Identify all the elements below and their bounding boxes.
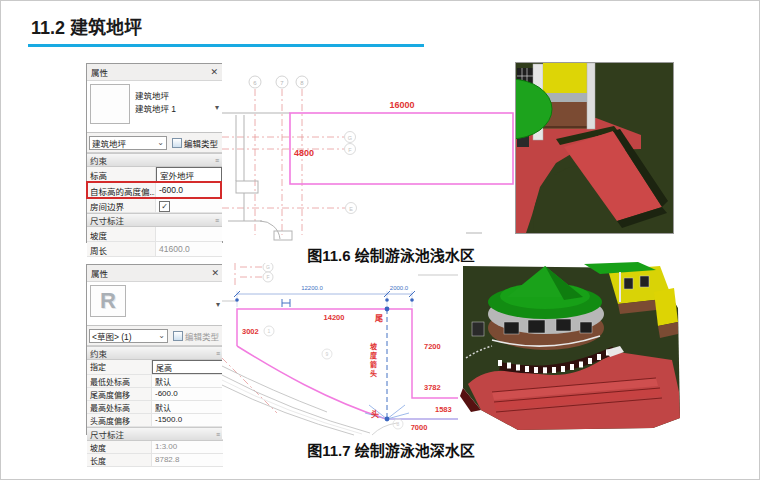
dim-3002: 3002 (242, 327, 259, 336)
3d-view-shallow-pool (515, 62, 674, 234)
section-constraints: 约束≡ (87, 346, 223, 360)
edit-type-button[interactable]: 编辑类型 (171, 330, 221, 342)
grid-bubbles-top: 6 7 8 (249, 76, 308, 88)
prop-row-highest-level: 最高处标高 默认 (87, 401, 223, 414)
type-preview-thumbnail (90, 84, 130, 124)
dim-16000: 16000 (389, 100, 414, 110)
room-bounding-checkbox[interactable] (159, 201, 170, 212)
panel1-type-selector[interactable]: 建筑地坪 建筑地坪 1 ▾ (87, 81, 222, 133)
pin-icon: ≡ (216, 350, 220, 357)
close-icon[interactable]: ✕ (211, 268, 219, 278)
prop-row-level: 标高 室外地坪 (87, 167, 222, 183)
svg-text:E: E (349, 206, 353, 212)
title-underline (28, 44, 424, 47)
red-dimensions: 14200 尾 3002 7200 3782 1583 7000 头 坡度箭头 (242, 313, 452, 432)
dim-12200: 12200.0 (301, 285, 323, 291)
panel2-type-selector[interactable]: R ▾ (87, 282, 223, 326)
dim-symbol (282, 299, 290, 307)
dim-2000: 2000.0 (390, 285, 409, 291)
svg-text:9: 9 (326, 351, 329, 357)
pool-boundary (237, 309, 465, 419)
panel2-titlebar: 属性 ✕ (87, 265, 223, 282)
dim-7000: 7000 (411, 423, 428, 432)
tail-offset-value[interactable]: -600.0 (152, 388, 223, 400)
pin-icon: ≡ (216, 431, 220, 438)
plan-drawing-shallow-pool: 6 7 8 G F E 16000 4800 (222, 63, 514, 241)
height-offset-value[interactable]: -600.0 (156, 183, 222, 197)
dim-14200: 14200 (324, 313, 345, 322)
type-family: 建筑地坪 (135, 91, 169, 101)
chevron-down-icon[interactable]: ▾ (215, 102, 219, 111)
panel1-title: 属性 (91, 66, 108, 78)
label-tail: 尾 (374, 314, 383, 323)
properties-panel-1: 属性 ✕ 建筑地坪 建筑地坪 1 ▾ 建筑地坪 编辑类型 约束≡ 标高 室外地坪 (86, 63, 223, 243)
grid-bubbles-right: G F E (345, 132, 357, 214)
section-dimensions: 尺寸标注≡ (87, 213, 222, 227)
pin-icon: ≡ (215, 217, 219, 224)
prop-row-head-offset: 头高度偏移 -1500.0 (87, 414, 223, 427)
prop-row-height-offset: 自标高的高度偏... -600.0 (87, 183, 222, 198)
label-head: 头 (371, 409, 379, 419)
dimension-line-blue: 12200.0 2000.0 (234, 285, 415, 307)
edit-type-button[interactable]: 编辑类型 (170, 137, 220, 149)
section-constraints: 约束≡ (87, 153, 222, 167)
panel2-title: 属性 (91, 267, 108, 279)
properties-panel-2: 属性 ✕ R ▾ <草图> (1) 编辑类型 约束≡ 指定 尾高 最低处标高 (86, 264, 224, 435)
svg-text:G: G (348, 135, 352, 141)
dim-3782: 3782 (424, 383, 441, 392)
prop-row-tail-offset: 尾高度偏移 -600.0 (87, 388, 223, 401)
prop-row-slope: 坡度 (87, 227, 222, 242)
pool-boundary-rect (290, 113, 513, 184)
panel1-titlebar: 属性 ✕ (87, 64, 222, 81)
pin-icon: ≡ (215, 157, 219, 164)
chevron-down-icon[interactable]: ▾ (216, 299, 220, 308)
3d-view-deep-pool (458, 262, 681, 438)
revit-logo: R (100, 288, 116, 314)
filter-combo[interactable]: 建筑地坪 (89, 136, 167, 150)
grid-lines (222, 263, 277, 413)
svg-text:F: F (266, 274, 269, 280)
label-slope-arrow: 坡度箭头 (369, 342, 377, 379)
figure2-caption: 图11.7 绘制游泳池深水区 (106, 439, 676, 460)
level-value[interactable]: 室外地坪 (156, 167, 222, 182)
dim-4800: 4800 (294, 148, 314, 158)
reference-bubbles: 1 9 8 (264, 326, 403, 429)
grid-lines (222, 89, 345, 235)
svg-text:G: G (266, 264, 270, 270)
page-title: 11.2 建筑地坪 (31, 13, 142, 39)
specify-value[interactable]: 尾高 (152, 360, 223, 374)
dim-1583: 1583 (435, 405, 452, 414)
plan-drawing-deep-pool: G F 12200.0 2000.0 (222, 263, 466, 439)
filter-combo[interactable]: <草图> (1) (89, 329, 168, 343)
context-lines (222, 275, 466, 301)
type-name: 建筑地坪 1 (135, 104, 176, 114)
grid-bubbles-top: G F (263, 263, 273, 282)
edit-type-icon (172, 138, 182, 148)
head-offset-value[interactable]: -1500.0 (152, 414, 223, 426)
svg-text:1: 1 (268, 328, 271, 334)
edit-type-icon (173, 331, 183, 341)
prop-row-specify: 指定 尾高 (87, 360, 223, 375)
slide: 11.2 建筑地坪 属性 ✕ 建筑地坪 建筑地坪 1 ▾ 建筑地坪 编辑类型 约… (0, 0, 760, 480)
prop-row-room-bounding: 房间边界 (87, 198, 222, 213)
close-icon[interactable]: ✕ (210, 67, 218, 77)
prop-row-lowest-level: 最低处标高 默认 (87, 375, 223, 388)
svg-text:8: 8 (397, 421, 400, 427)
dim-7200: 7200 (424, 342, 441, 351)
